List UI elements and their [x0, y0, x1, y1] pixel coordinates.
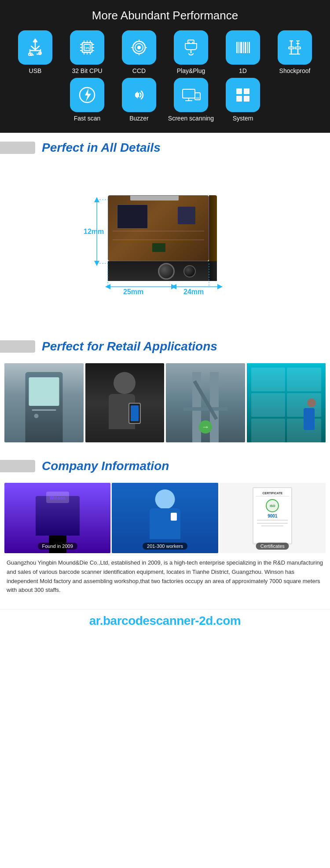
system-label: System	[233, 115, 253, 122]
locker-cell	[251, 419, 286, 442]
ccd-icon	[129, 37, 149, 58]
sign-text: Winson	[50, 496, 66, 500]
locker-cell	[287, 368, 321, 391]
performance-section: More Abundant Performance USB CPU	[0, 0, 330, 133]
worker-head	[155, 489, 175, 509]
kiosk-button	[34, 414, 38, 418]
usb-icon-box	[18, 30, 52, 65]
svg-text:25mm: 25mm	[123, 288, 143, 295]
shockproof-label: Shockproof	[279, 67, 311, 74]
svg-rect-28	[236, 42, 238, 53]
company-img-cert: CERTIFICATE ISO 9001 Certificates	[220, 483, 326, 553]
domain-suffix: .com	[213, 614, 241, 627]
icon-item-system: System	[219, 78, 267, 122]
company-title: Company Information	[42, 459, 169, 473]
svg-text:24mm: 24mm	[183, 288, 204, 295]
icon-item-ccd: CCD	[115, 30, 163, 74]
usb-label: USB	[29, 67, 42, 74]
iso-number: 9001	[268, 514, 277, 518]
system-icon-box	[226, 78, 260, 112]
worker-badge	[171, 513, 177, 521]
locker-cell	[251, 393, 286, 417]
company-images: Winson Found in 2009 201-300 workers CER…	[0, 478, 330, 553]
person-head	[114, 372, 136, 394]
1d-icon-box	[226, 30, 260, 65]
windows-icon	[233, 85, 253, 105]
bolt-icon	[77, 85, 97, 105]
svg-rect-36	[295, 47, 301, 49]
domain-text: ar.barcodescanner-2d.com	[0, 614, 330, 628]
retail-img-locker	[247, 363, 326, 442]
screen-icon	[181, 85, 201, 105]
retail-title: Perfect for Retail Applications	[42, 339, 217, 354]
retail-img-person	[85, 363, 165, 442]
buzzer-label: Buzzer	[129, 115, 149, 122]
usb-icon	[25, 37, 45, 58]
retail-img-turnstile: →	[166, 363, 245, 442]
person-body2	[304, 408, 315, 430]
plug-label: Play&Plug	[177, 67, 205, 74]
icon-item-cpu: CPU 32 Bit CPU	[63, 30, 111, 74]
fastscan-label: Fast scan	[74, 115, 101, 122]
svg-rect-32	[245, 42, 246, 53]
phone	[128, 403, 141, 424]
performance-title: More Abundant Performance	[7, 9, 323, 22]
kiosk-screen	[29, 377, 59, 406]
svg-rect-34	[249, 42, 250, 53]
svg-rect-30	[240, 42, 242, 53]
product-image-container: 12mm 25mm 24mm	[0, 160, 330, 318]
cpu-icon: CPU	[77, 37, 97, 58]
cert-caption: Certificates	[256, 543, 289, 550]
dimension-svg: 12mm 25mm 24mm	[55, 169, 275, 310]
svg-point-19	[137, 46, 141, 49]
buzzer-icon	[129, 85, 149, 105]
green-light: →	[199, 420, 212, 434]
cert-line2	[257, 523, 288, 524]
person-head2	[307, 398, 316, 407]
arrow-symbol: →	[202, 423, 209, 432]
svg-rect-42	[183, 89, 195, 98]
worker-caption: 201-300 workers	[143, 543, 187, 550]
icon-item-shockproof: Shockproof	[271, 30, 319, 74]
cert-doc: CERTIFICATE ISO 9001	[253, 487, 292, 544]
ccd-icon-box	[122, 30, 156, 65]
cpu-label: 32 Bit CPU	[72, 67, 102, 74]
retail-section: Perfect for Retail Applications	[0, 332, 330, 451]
company-header: Company Information	[0, 451, 330, 478]
company-img-factory: Winson Found in 2009	[4, 483, 110, 553]
details-title: Perfect in All Details	[42, 141, 161, 155]
ccd-label: CCD	[132, 67, 146, 74]
product-diagram: 12mm 25mm 24mm	[55, 169, 275, 310]
icon-item-fastscan: Fast scan	[63, 78, 111, 122]
icon-item-buzzer: Buzzer	[115, 78, 163, 122]
svg-text:CPU: CPU	[84, 47, 91, 50]
icon-item-usb: USB	[11, 30, 59, 74]
retail-header-bar	[0, 340, 35, 353]
company-header-bar	[0, 460, 35, 472]
iso-circle: ISO	[266, 499, 279, 512]
shockproof-icon-box	[278, 30, 312, 65]
cert-text: CERTIFICATE	[256, 492, 289, 496]
locker-person	[304, 398, 319, 442]
company-description: Guangzhou Yingbin Mound&Die Co.,Ltd, est…	[0, 553, 330, 600]
domain-bar: ar.barcodescanner-2d.com	[0, 609, 330, 635]
cert-line3	[261, 525, 283, 526]
screen-label: Screen scanning	[168, 115, 214, 122]
icon-item-screen: Screen scanning	[167, 78, 215, 122]
svg-rect-33	[247, 42, 248, 53]
svg-rect-35	[289, 47, 294, 49]
svg-rect-49	[236, 96, 242, 102]
kiosk-slot	[32, 409, 56, 411]
cert-line	[257, 520, 288, 521]
tools-icon	[285, 37, 305, 58]
retail-header: Perfect for Retail Applications	[0, 332, 330, 359]
fastscan-icon-box	[70, 78, 104, 112]
retail-images: →	[0, 359, 330, 442]
company-img-worker: 201-300 workers	[112, 483, 218, 553]
retail-img-kiosk	[4, 363, 84, 442]
svg-rect-31	[243, 42, 244, 53]
phone-screen	[131, 405, 139, 421]
details-section: Perfect in All Details	[0, 133, 330, 332]
svg-text:12mm: 12mm	[84, 228, 104, 235]
details-header-bar	[0, 142, 35, 154]
